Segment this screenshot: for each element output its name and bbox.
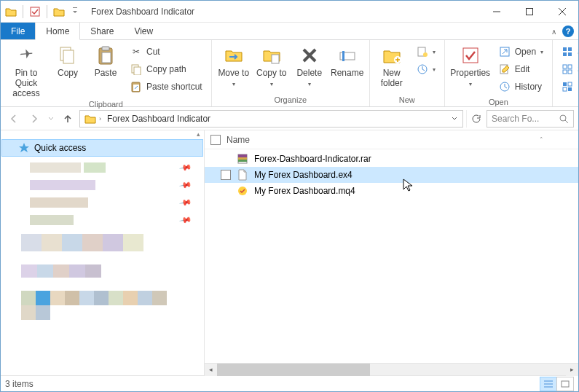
row-checkbox[interactable]	[221, 170, 231, 180]
scissors-icon: ✂	[130, 46, 142, 58]
svg-rect-4	[63, 50, 74, 63]
edit-button[interactable]: Edit	[496, 61, 546, 77]
column-name[interactable]: Name	[227, 135, 250, 145]
svg-rect-30	[568, 70, 572, 74]
pin-icon: 📌	[179, 161, 193, 175]
breadcrumb[interactable]: Forex Dashboard Indicator	[104, 111, 213, 127]
open-icon	[499, 46, 511, 58]
collapse-ribbon-icon[interactable]: ∧	[551, 28, 556, 36]
svg-rect-34	[568, 87, 572, 91]
invert-selection-button[interactable]: Invert selection	[559, 79, 579, 95]
move-to-button[interactable]: Move to▾	[215, 42, 253, 87]
pin-to-quick-access-button[interactable]: Pin to Quick access	[4, 42, 49, 98]
select-none-icon	[562, 63, 573, 75]
svg-rect-26	[568, 52, 572, 56]
refresh-button[interactable]	[466, 110, 484, 128]
blurred-content	[21, 234, 167, 251]
svg-rect-6	[102, 47, 109, 50]
quick-access-item[interactable]: Quick access	[1, 139, 203, 157]
file-list: Forex-Dashboard-Indicator.rar My Forex D…	[205, 149, 578, 363]
tab-file[interactable]: File	[1, 23, 35, 39]
svg-rect-39	[238, 160, 247, 162]
chevron-down-icon: ▾	[270, 81, 273, 87]
svg-rect-32	[568, 82, 572, 86]
file-icon	[237, 169, 248, 181]
chevron-down-icon: ▾	[469, 81, 472, 87]
new-item-button[interactable]: ▾	[414, 44, 438, 60]
table-row[interactable]: My Forex Dashboard.ex4	[205, 167, 578, 183]
folder-icon[interactable]: ›	[82, 111, 104, 127]
paste-button[interactable]: Paste	[87, 42, 125, 79]
star-icon	[18, 142, 30, 154]
easy-access-button[interactable]: ▾	[414, 61, 438, 77]
rename-button[interactable]: Rename	[328, 42, 366, 79]
history-button[interactable]: History	[496, 79, 546, 95]
svg-rect-7	[102, 52, 111, 63]
list-item[interactable]: 📌	[1, 212, 204, 228]
back-button[interactable]	[5, 110, 23, 128]
tab-view[interactable]: View	[124, 23, 163, 39]
recent-locations-button[interactable]	[46, 110, 56, 128]
paste-icon	[94, 44, 117, 67]
chevron-down-icon: ▾	[433, 49, 436, 55]
select-none-button[interactable]: Select none	[559, 61, 579, 77]
svg-rect-9	[134, 67, 141, 75]
tab-home[interactable]: Home	[35, 23, 80, 40]
copy-to-button[interactable]: Copy to▾	[253, 42, 291, 87]
table-row[interactable]: Forex-Dashboard-Indicator.rar	[205, 151, 578, 167]
svg-rect-0	[31, 7, 39, 16]
select-all-button[interactable]: Select all	[559, 44, 579, 60]
svg-rect-29	[563, 70, 567, 74]
column-header[interactable]: Name ˄	[205, 130, 578, 149]
list-item[interactable]: 📌	[1, 195, 204, 211]
details-view-button[interactable]	[540, 377, 557, 391]
copy-button[interactable]: Copy	[49, 42, 87, 79]
maximize-button[interactable]	[513, 1, 545, 22]
tab-share[interactable]: Share	[80, 23, 124, 39]
titlebar: Forex Dashboard Indicator	[1, 1, 578, 23]
minimize-button[interactable]	[480, 1, 513, 22]
copy-path-button[interactable]: Copy path	[127, 61, 205, 77]
qat-properties-icon[interactable]	[29, 6, 41, 17]
group-organize: Move to▾ Copy to▾ Delete▾ Rename Organiz…	[212, 40, 370, 106]
rar-icon	[237, 153, 248, 165]
svg-rect-28	[568, 65, 572, 68]
large-icons-view-button[interactable]	[556, 377, 574, 391]
select-all-checkbox[interactable]	[210, 135, 221, 145]
up-button[interactable]	[59, 110, 76, 128]
help-icon[interactable]: ?	[562, 26, 574, 37]
new-folder-button[interactable]: New folder	[373, 42, 411, 89]
svg-rect-24	[568, 47, 572, 51]
svg-rect-27	[563, 65, 567, 68]
address-dropdown-button[interactable]	[448, 111, 461, 127]
scroll-thumb[interactable]	[217, 364, 370, 376]
svg-rect-12	[272, 55, 279, 63]
properties-button[interactable]: Properties▾	[448, 42, 493, 87]
easy-access-icon	[417, 63, 428, 75]
qat-dropdown-icon[interactable]	[69, 6, 81, 17]
scroll-up-icon[interactable]: ▴	[192, 130, 204, 138]
svg-point-35	[560, 115, 566, 121]
paste-shortcut-button[interactable]: Paste shortcut	[127, 79, 205, 95]
sort-indicator-icon[interactable]: ˄	[540, 136, 543, 144]
group-label: New	[373, 94, 441, 106]
delete-button[interactable]: Delete▾	[291, 42, 328, 87]
list-item[interactable]: 📌	[1, 160, 204, 176]
scroll-left-button[interactable]: ◂	[205, 364, 217, 376]
chevron-down-icon: ▾	[308, 81, 311, 87]
edit-icon	[499, 63, 511, 75]
search-input[interactable]: Search Fo...	[487, 110, 574, 128]
new-folder-icon	[380, 44, 403, 67]
close-button[interactable]	[545, 1, 578, 22]
ribbon-tabs: File Home Share View ∧ ?	[1, 23, 578, 40]
list-item[interactable]: 📌	[1, 177, 204, 193]
address-bar[interactable]: › Forex Dashboard Indicator	[79, 110, 463, 128]
table-row[interactable]: My Forex Dashboard.mq4	[205, 183, 578, 199]
group-select: Select all Select none Invert selection …	[553, 40, 579, 106]
open-button[interactable]: Open ▾	[496, 44, 546, 60]
cut-button[interactable]: ✂Cut	[127, 44, 205, 60]
scroll-right-button[interactable]: ▸	[566, 364, 578, 376]
horizontal-scrollbar[interactable]: ◂ ▸	[205, 363, 578, 375]
svg-rect-25	[563, 52, 567, 56]
forward-button[interactable]	[25, 110, 43, 128]
